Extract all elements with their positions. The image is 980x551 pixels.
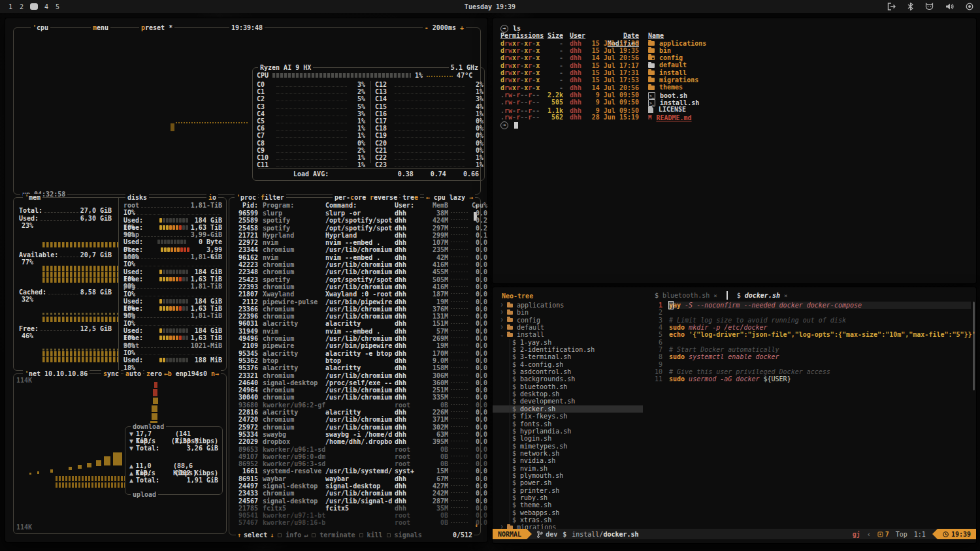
preset-button[interactable]: preset * bbox=[139, 24, 174, 31]
cpu-panel-title[interactable]: 'cpu bbox=[31, 24, 50, 31]
workspace-4[interactable]: 4 bbox=[44, 3, 49, 10]
record-icon[interactable] bbox=[966, 3, 973, 10]
process-row[interactable]: 95376alacrittyalacrittydhh158M0.0 bbox=[233, 364, 470, 371]
tree-item-backgrounds-sh[interactable]: $backgrounds.sh bbox=[493, 375, 643, 383]
process-row[interactable]: 23433chromium/usr/lib/chromium/dhh242M0.… bbox=[233, 490, 470, 497]
tree-item-bin[interactable]: ❯bin bbox=[493, 309, 643, 316]
tree-item-fonts-sh[interactable]: $fonts.sh bbox=[493, 420, 643, 428]
signals-key[interactable]: signals bbox=[395, 531, 422, 539]
tree-item-3-terminal-sh[interactable]: $3-terminal.sh bbox=[493, 353, 643, 360]
proc-sort-switcher[interactable]: ← cpu lazy → bbox=[424, 194, 475, 201]
process-row[interactable]: 22972nvimnvim --embed .dhh107M0.0 bbox=[233, 239, 470, 246]
process-row[interactable]: 31949nvimnvim --embed .dhh57M0.0 bbox=[233, 328, 470, 335]
process-row[interactable]: 49496chromium/usr/lib/chromium/dhh269M0.… bbox=[233, 335, 470, 342]
process-row[interactable]: 25458spotify/opt/spotify/spotidhh297M0.2 bbox=[233, 225, 470, 232]
cat-icon[interactable] bbox=[925, 3, 934, 10]
process-row[interactable]: 22348chromium/usr/lib/chromium/dhh455M0.… bbox=[233, 268, 470, 276]
proc-scroll-up-icon[interactable]: ↑ bbox=[474, 202, 478, 210]
tree-item-ruby-sh[interactable]: $ruby.sh bbox=[493, 494, 643, 501]
reverse-toggle[interactable]: reverse bbox=[368, 194, 399, 201]
code-editor[interactable]: 1yay -S --noconfirm --needed docker dock… bbox=[648, 302, 971, 383]
process-row[interactable]: 49107kworker/u96:0-dmroot0B0.0 bbox=[233, 453, 470, 460]
per-core-toggle[interactable]: per-core bbox=[333, 194, 368, 201]
select-key[interactable]: select bbox=[244, 531, 267, 539]
process-row[interactable]: 93680kworker/u96:2-gfroot0B0.0 bbox=[233, 401, 470, 409]
tree-item-development-sh[interactable]: $development.sh bbox=[493, 398, 643, 405]
process-row[interactable]: 22393chromium/usr/lib/chromium/dhh416M0.… bbox=[233, 283, 470, 291]
tree-item-nvidia-sh[interactable]: $nvidia.sh bbox=[493, 457, 643, 464]
tree-item-bluetooth-sh[interactable]: $bluetooth.sh bbox=[493, 383, 643, 390]
tree-item-webapps-sh[interactable]: $webapps.sh bbox=[493, 509, 643, 516]
process-row[interactable]: 1661systemd-resolve/usr/lib/systemd/ssys… bbox=[233, 467, 470, 475]
process-row[interactable]: 90541kworker/u97:1-btroot0B0.0 bbox=[233, 512, 470, 519]
process-row[interactable]: 21785fcitx5fcitx5dhh35M0.0 bbox=[233, 505, 470, 512]
plugin-updates[interactable]: 7 bbox=[877, 531, 889, 538]
tree-item-config[interactable]: ❯config bbox=[493, 317, 643, 324]
process-row[interactable]: 42223chromium/usr/lib/chromium/dhh416M0.… bbox=[233, 261, 470, 268]
tree-item-plymouth-sh[interactable]: $plymouth.sh bbox=[493, 472, 643, 479]
disks-panel-title[interactable]: disks bbox=[125, 194, 149, 201]
tab-docker-sh[interactable]: $ docker.sh × bbox=[730, 292, 794, 299]
process-row[interactable]: 24497signal-desktopsignal-desktopdhh427M… bbox=[233, 482, 470, 490]
tree-item-4-config-sh[interactable]: $4-config.sh bbox=[493, 361, 643, 368]
workspace-2[interactable]: 2 bbox=[19, 3, 24, 10]
process-row[interactable]: 86952kworker/u96:3-sdroot0B0.0 bbox=[233, 460, 470, 467]
tree-item-mimetypes-sh[interactable]: $mimetypes.sh bbox=[493, 443, 643, 450]
tree-item-login-sh[interactable]: $login.sh bbox=[493, 435, 643, 442]
process-row[interactable]: 23344chromium/usr/lib/chromium/dhh235M0.… bbox=[233, 246, 470, 253]
tree-item-asdcontrol-sh[interactable]: $asdcontrol.sh bbox=[493, 368, 643, 375]
mem-panel-title[interactable]: 'mem bbox=[23, 194, 42, 201]
filter-button[interactable]: filter bbox=[259, 194, 286, 201]
tree-item-hyprlandia-sh[interactable]: $hyprlandia.sh bbox=[493, 428, 643, 435]
process-row[interactable]: 95345alacrittyalacritty -e btopdhh170M0.… bbox=[233, 350, 470, 357]
process-row[interactable]: 23321chromium/usr/lib/chromium/dhh306M0.… bbox=[233, 372, 470, 379]
close-tab-icon[interactable]: × bbox=[713, 292, 717, 299]
process-row[interactable]: 95334swaybgswaybg -i /home/dhdhh63M0.0 bbox=[233, 431, 470, 438]
process-row[interactable]: 2109pipewire/usr/bin/pipewiredhh19M0.0 bbox=[233, 342, 470, 349]
tree-item-printer-sh[interactable]: $printer.sh bbox=[493, 487, 643, 494]
workspace-5[interactable]: 5 bbox=[55, 3, 60, 10]
process-row[interactable]: 24720chromium/usr/lib/chromium/dhh371M0.… bbox=[233, 416, 470, 423]
tree-item-fix-fkeys-sh[interactable]: $fix-fkeys.sh bbox=[493, 413, 643, 420]
tree-item-network-sh[interactable]: $network.sh bbox=[493, 450, 643, 457]
process-row[interactable]: 89653kworker/u96:1-sdroot0B0.0 bbox=[233, 446, 470, 453]
workspace-1[interactable]: 1 bbox=[8, 3, 13, 10]
process-row[interactable]: 96162nvimnvim --embed .dhh42M0.0 bbox=[233, 254, 470, 261]
process-row[interactable]: 21721HyprlandHyprlanddhh299M0.1 bbox=[233, 232, 470, 239]
tree-item-theme-sh[interactable]: $theme.sh bbox=[493, 501, 643, 509]
process-row[interactable]: 30040chromium/usr/lib/chromium/dhh335M0.… bbox=[233, 394, 470, 401]
process-row[interactable]: 25972chromium/usr/lib/chromium/dhh302M0.… bbox=[233, 424, 470, 431]
tree-item-2-identification-sh[interactable]: $2-identification.sh bbox=[493, 346, 643, 353]
tree-item-desktop-sh[interactable]: $desktop.sh bbox=[493, 390, 643, 398]
volume-icon[interactable] bbox=[945, 3, 954, 10]
process-row[interactable]: 95362btopbtopdhh9.0M0.0 bbox=[233, 357, 470, 364]
process-row[interactable]: 25589spotify/opt/spotify/spotidhh424M0.2 bbox=[233, 217, 470, 224]
process-row[interactable]: 57467kworker/u98:16-broot0B0.0 bbox=[233, 519, 470, 526]
process-row[interactable]: 86915waybarwaybardhh67M0.0 bbox=[233, 475, 470, 482]
proc-panel-title[interactable]: 'proc bbox=[235, 194, 258, 201]
tree-item-docker-sh[interactable]: $docker.sh bbox=[493, 405, 643, 413]
process-row[interactable]: 24567signal-desktop/usr/lib/signal-dedhh… bbox=[233, 497, 470, 505]
process-row[interactable]: 21807XwaylandXwayland :0 -rootldhh187M0.… bbox=[233, 291, 470, 298]
process-row[interactable]: 24964chromium/usr/lib/chromium/dhh251M0.… bbox=[233, 386, 470, 394]
tab-bluetooth-sh[interactable]: $ bluetooth.sh × bbox=[648, 292, 724, 299]
tree-item-1-yay-sh[interactable]: $1-yay.sh bbox=[493, 339, 643, 346]
tree-item-install[interactable]: ⌄install bbox=[493, 331, 643, 338]
kill-key[interactable]: kill bbox=[367, 531, 383, 539]
tree-item-xtras-sh[interactable]: $xtras.sh bbox=[493, 516, 643, 524]
tree-item-nvim-sh[interactable]: $nvim.sh bbox=[493, 465, 643, 472]
close-tab-icon[interactable]: × bbox=[784, 292, 787, 299]
process-row[interactable]: 22029dropbox/home/dhh/.dropboxdhh395M0.0 bbox=[233, 438, 470, 445]
process-row[interactable]: 23366chromium/usr/lib/chromium/dhh376M0.… bbox=[233, 306, 470, 313]
editor-scrollbar[interactable] bbox=[973, 302, 975, 390]
process-row[interactable]: 22816alacrittyalacrittydhh226M0.0 bbox=[233, 409, 470, 416]
refresh-interval[interactable]: - 2000ms + bbox=[423, 24, 466, 31]
logout-icon[interactable] bbox=[887, 3, 896, 10]
bluetooth-icon[interactable] bbox=[907, 3, 913, 10]
tree-toggle[interactable]: tree bbox=[400, 194, 420, 201]
input-line[interactable]: → bbox=[500, 121, 970, 129]
menu-button[interactable]: menu bbox=[91, 24, 110, 31]
tree-item-applications[interactable]: ❯applications bbox=[493, 302, 643, 309]
process-row[interactable]: 25423spotify/opt/spotify/spotidhh505M0.0 bbox=[233, 276, 470, 283]
workspace-3[interactable] bbox=[30, 3, 38, 10]
